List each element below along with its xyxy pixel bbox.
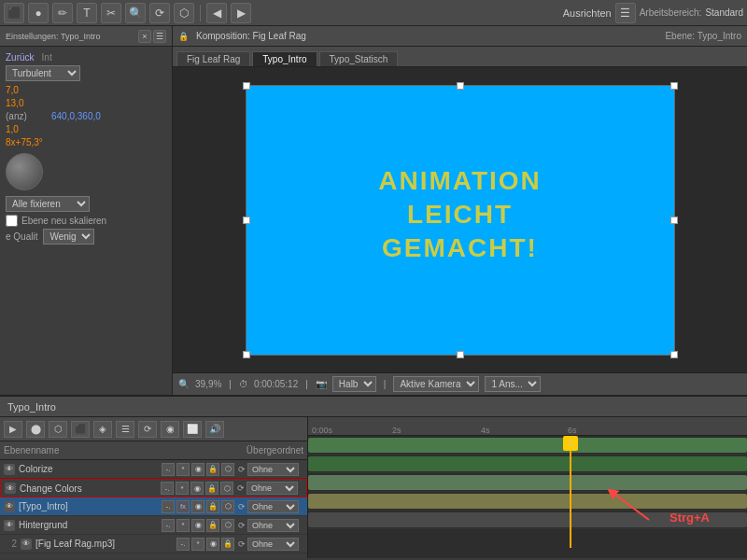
layer-switch-hintergrund[interactable]: -. bbox=[162, 519, 175, 532]
toolbar-icon-shape[interactable]: ⬡ bbox=[174, 3, 194, 23]
ctrl-btn-4[interactable]: ⬛ bbox=[71, 421, 90, 438]
layer-name-typointro: [Typo_Intro] bbox=[19, 501, 158, 511]
handle-mr[interactable] bbox=[670, 217, 678, 224]
toolbar-icon-settings[interactable]: ☰ bbox=[615, 3, 636, 23]
layer-row-audio[interactable]: 2 👁 [Fig Leaf Rag.mp3] -. * ◉ 🔒 ⟳ Ohne bbox=[0, 535, 307, 553]
left-panel-close[interactable]: × bbox=[138, 30, 151, 43]
layer-row-changecolors[interactable]: 👁 Change Colors -. * ◉ 🔒 ⬡ ⟳ Ohne bbox=[0, 479, 307, 497]
prop-label-anz: (anz) bbox=[6, 111, 48, 121]
ctrl-btn-3[interactable]: ⬡ bbox=[49, 421, 67, 438]
view-select[interactable]: 1 Ans... bbox=[485, 376, 541, 392]
ebene-label: Ebene neu skalieren bbox=[21, 216, 106, 226]
ctrl-btn-5[interactable]: ◈ bbox=[93, 421, 112, 438]
prop-val1: 7,0 bbox=[6, 85, 19, 95]
parent-select-changecolors[interactable]: Ohne bbox=[247, 482, 298, 495]
layer-parent-colorize: ⟳ Ohne bbox=[238, 463, 303, 476]
tab-typointro[interactable]: Typo_Intro bbox=[252, 51, 317, 66]
layer-lock-hintergrund[interactable]: 🔒 bbox=[206, 519, 219, 532]
handle-bl[interactable] bbox=[243, 351, 250, 358]
layer-3d-hintergrund[interactable]: ⬡ bbox=[221, 519, 234, 532]
layer-vis-hintergrund[interactable]: 👁 bbox=[4, 520, 15, 531]
layer-lock-colorize[interactable]: 🔒 bbox=[206, 463, 219, 476]
layer-switch-audio[interactable]: -. bbox=[176, 538, 190, 551]
layer-row-hintergrund[interactable]: 👁 Hintergrund -. * ◉ 🔒 ⬡ ⟳ Ohne bbox=[0, 516, 307, 535]
qualit-row: e Qualit Wenig bbox=[6, 229, 166, 245]
ctrl-btn-6[interactable]: ☰ bbox=[116, 421, 134, 438]
quality-select[interactable]: Halb bbox=[332, 376, 376, 392]
layer-quality-audio[interactable]: * bbox=[191, 538, 204, 551]
toolbar-icon-rotate[interactable]: ⟳ bbox=[149, 3, 170, 23]
ebene-checkbox[interactable] bbox=[6, 215, 18, 227]
turbulent-dropdown[interactable]: Turbulent bbox=[6, 65, 80, 81]
layer-parent-changecolors: ⟳ Ohne bbox=[237, 482, 303, 495]
layer-vis-typointro[interactable]: 👁 bbox=[4, 501, 15, 512]
layer-quality-changecolors[interactable]: * bbox=[176, 482, 189, 495]
ctrl-btn-7[interactable]: ⟳ bbox=[138, 421, 157, 438]
layer-solo-typointro[interactable]: ◉ bbox=[191, 500, 204, 513]
layer-switch-changecolors[interactable]: -. bbox=[161, 482, 174, 495]
layer-fx-typointro[interactable]: fx bbox=[176, 500, 190, 513]
parent-select-hintergrund[interactable]: Ohne bbox=[247, 519, 299, 532]
preview-text: ANIMATION LEICHT GEMACHT! bbox=[353, 163, 567, 265]
qualit-dropdown[interactable]: Wenig bbox=[43, 229, 94, 245]
layer-vis-colorize[interactable]: 👁 bbox=[4, 464, 15, 475]
layer-quality-hintergrund[interactable]: * bbox=[176, 519, 190, 532]
ctrl-btn-2[interactable]: ⬤ bbox=[26, 421, 45, 438]
handle-tl[interactable] bbox=[243, 82, 250, 90]
prop-row-val1: 7,0 bbox=[6, 85, 166, 95]
layer-row-typointro[interactable]: 👁 [Typo_Intro] -. fx ◉ 🔒 ⬡ ⟳ Ohne bbox=[0, 497, 307, 516]
toolbar-icon-pen[interactable]: ● bbox=[28, 3, 49, 23]
handle-bm[interactable] bbox=[457, 351, 464, 358]
parent-select-colorize[interactable]: Ohne bbox=[247, 463, 299, 476]
layer-lock-changecolors[interactable]: 🔒 bbox=[205, 482, 218, 495]
back-label[interactable]: Zurück bbox=[6, 52, 35, 63]
handle-br[interactable] bbox=[670, 351, 678, 358]
layer-solo-hintergrund[interactable]: ◉ bbox=[191, 519, 204, 532]
toolbar-separator bbox=[200, 5, 201, 21]
fixieren-dropdown[interactable]: Alle fixieren bbox=[6, 196, 90, 212]
playhead[interactable]: ⬡ bbox=[570, 436, 571, 548]
layer-solo-changecolors[interactable]: ◉ bbox=[190, 482, 204, 495]
toolbar-icon-brush[interactable]: ✏ bbox=[52, 3, 73, 23]
layer-vis-audio[interactable]: 👁 bbox=[21, 539, 32, 550]
toolbar-icon-scissors[interactable]: ✂ bbox=[101, 3, 121, 23]
layer-switch-typointro[interactable]: -. bbox=[162, 500, 175, 513]
bottom-sep1: | bbox=[229, 379, 232, 389]
timecode-icon: ⏱ bbox=[239, 379, 248, 389]
toolbar-icon-prev[interactable]: ◀ bbox=[206, 3, 227, 23]
layer-quality-colorize[interactable]: * bbox=[176, 463, 190, 476]
parent-select-audio[interactable]: Ohne bbox=[247, 538, 299, 551]
prop-section-values: 7,0 13,0 (anz) 640,0,360,0 1,0 8x+75,3° bbox=[6, 85, 166, 147]
ctrl-btn-9[interactable]: ⬜ bbox=[183, 421, 202, 438]
handle-tm[interactable] bbox=[457, 82, 464, 90]
svg-line-0 bbox=[612, 492, 649, 520]
toolbar-icon-text[interactable]: T bbox=[77, 3, 97, 23]
layer-num-audio: 2 bbox=[4, 539, 17, 549]
layer-3d-colorize[interactable]: ⬡ bbox=[221, 463, 234, 476]
tab-typostatisch[interactable]: Typo_Statisch bbox=[319, 51, 399, 66]
ctrl-btn-8[interactable]: ◉ bbox=[161, 421, 179, 438]
layer-solo-audio[interactable]: ◉ bbox=[206, 538, 219, 551]
toolbar-icon-magnify[interactable]: 🔍 bbox=[125, 3, 146, 23]
tab-figleafrag[interactable]: Fig Leaf Rag bbox=[176, 51, 250, 66]
ctrl-btn-1[interactable]: ▶ bbox=[4, 421, 22, 438]
toolbar-right: Ausrichten ☰ Arbeitsbereich: Standard bbox=[563, 3, 743, 23]
layer-3d-typointro[interactable]: ⬡ bbox=[221, 500, 234, 513]
toolbar-icon-select[interactable]: ⬛ bbox=[4, 3, 24, 23]
timeline-comp-name: Typo_Intro bbox=[7, 401, 56, 413]
layer-3d-changecolors[interactable]: ⬡ bbox=[220, 482, 233, 495]
layer-lock-audio[interactable]: 🔒 bbox=[221, 538, 234, 551]
camera-select[interactable]: Aktive Kamera bbox=[393, 376, 479, 392]
toolbar-icon-next[interactable]: ▶ bbox=[231, 3, 251, 23]
parent-select-typointro[interactable]: Ohne bbox=[247, 500, 299, 513]
layer-lock-typointro[interactable]: 🔒 bbox=[206, 500, 219, 513]
left-panel-menu[interactable]: ☰ bbox=[153, 30, 166, 43]
ctrl-btn-10[interactable]: 🔊 bbox=[205, 421, 224, 438]
handle-ml[interactable] bbox=[243, 217, 250, 224]
handle-tr[interactable] bbox=[670, 82, 678, 90]
layer-vis-changecolors[interactable]: 👁 bbox=[5, 483, 16, 494]
layer-row-colorize[interactable]: 👁 Colorize -. * ◉ 🔒 ⬡ ⟳ Ohne bbox=[0, 460, 307, 479]
ruler-mark-4s: 4s bbox=[481, 426, 490, 435]
layer-switch-colorize[interactable]: -. bbox=[162, 463, 175, 476]
layer-solo-colorize[interactable]: ◉ bbox=[191, 463, 204, 476]
